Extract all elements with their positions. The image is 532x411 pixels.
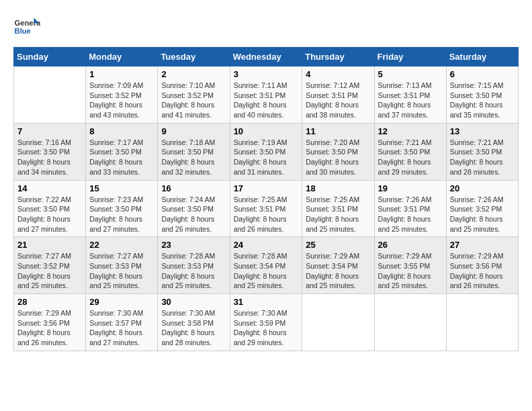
day-number: 5 <box>378 69 443 79</box>
day-number: 17 <box>234 183 299 193</box>
calendar-cell: 17Sunrise: 7:25 AM Sunset: 3:51 PM Dayli… <box>230 180 302 237</box>
calendar-cell: 14Sunrise: 7:22 AM Sunset: 3:50 PM Dayli… <box>14 180 86 237</box>
calendar-cell: 8Sunrise: 7:17 AM Sunset: 3:50 PM Daylig… <box>86 123 158 180</box>
day-info: Sunrise: 7:30 AM Sunset: 3:58 PM Dayligh… <box>161 308 226 348</box>
calendar-cell: 3Sunrise: 7:11 AM Sunset: 3:51 PM Daylig… <box>230 66 302 124</box>
day-number: 21 <box>17 240 82 250</box>
day-number: 25 <box>306 240 370 250</box>
day-info: Sunrise: 7:19 AM Sunset: 3:50 PM Dayligh… <box>234 138 299 177</box>
header-sunday: Sunday <box>14 48 86 66</box>
day-number: 14 <box>17 183 82 193</box>
day-number: 19 <box>378 183 443 193</box>
day-number: 26 <box>378 240 443 250</box>
day-info: Sunrise: 7:26 AM Sunset: 3:51 PM Dayligh… <box>378 195 443 234</box>
day-info: Sunrise: 7:22 AM Sunset: 3:50 PM Dayligh… <box>17 195 82 234</box>
day-number: 11 <box>306 126 370 136</box>
day-number: 24 <box>234 240 299 250</box>
calendar-cell: 7Sunrise: 7:16 AM Sunset: 3:50 PM Daylig… <box>14 123 86 180</box>
calendar-cell: 29Sunrise: 7:30 AM Sunset: 3:57 PM Dayli… <box>86 294 158 351</box>
calendar-week-4: 21Sunrise: 7:27 AM Sunset: 3:52 PM Dayli… <box>14 237 519 294</box>
day-number: 1 <box>89 69 154 79</box>
calendar-cell: 12Sunrise: 7:21 AM Sunset: 3:50 PM Dayli… <box>374 123 446 180</box>
day-number: 7 <box>17 126 82 136</box>
day-info: Sunrise: 7:29 AM Sunset: 3:54 PM Dayligh… <box>306 251 370 291</box>
day-info: Sunrise: 7:18 AM Sunset: 3:50 PM Dayligh… <box>161 138 226 177</box>
calendar-week-5: 28Sunrise: 7:29 AM Sunset: 3:56 PM Dayli… <box>14 294 519 351</box>
day-number: 15 <box>89 183 154 193</box>
calendar-week-2: 7Sunrise: 7:16 AM Sunset: 3:50 PM Daylig… <box>14 123 519 180</box>
day-info: Sunrise: 7:09 AM Sunset: 3:52 PM Dayligh… <box>89 81 154 120</box>
day-info: Sunrise: 7:30 AM Sunset: 3:57 PM Dayligh… <box>89 308 154 348</box>
calendar-cell: 2Sunrise: 7:10 AM Sunset: 3:52 PM Daylig… <box>158 66 230 124</box>
day-number: 12 <box>378 126 443 136</box>
day-info: Sunrise: 7:17 AM Sunset: 3:50 PM Dayligh… <box>89 138 154 177</box>
day-number: 28 <box>17 297 82 307</box>
calendar-cell: 10Sunrise: 7:19 AM Sunset: 3:50 PM Dayli… <box>230 123 302 180</box>
day-info: Sunrise: 7:20 AM Sunset: 3:50 PM Dayligh… <box>306 138 370 177</box>
calendar-cell <box>14 66 86 124</box>
day-info: Sunrise: 7:26 AM Sunset: 3:52 PM Dayligh… <box>450 195 515 234</box>
calendar-week-3: 14Sunrise: 7:22 AM Sunset: 3:50 PM Dayli… <box>14 180 519 237</box>
day-number: 8 <box>89 126 154 136</box>
day-info: Sunrise: 7:28 AM Sunset: 3:54 PM Dayligh… <box>234 251 299 291</box>
calendar-cell <box>374 294 446 351</box>
header-friday: Friday <box>374 48 446 66</box>
calendar-cell: 21Sunrise: 7:27 AM Sunset: 3:52 PM Dayli… <box>14 237 86 294</box>
day-number: 13 <box>450 126 515 136</box>
day-info: Sunrise: 7:10 AM Sunset: 3:52 PM Dayligh… <box>161 81 226 120</box>
calendar-cell: 23Sunrise: 7:28 AM Sunset: 3:53 PM Dayli… <box>158 237 230 294</box>
calendar-cell: 30Sunrise: 7:30 AM Sunset: 3:58 PM Dayli… <box>158 294 230 351</box>
calendar-cell: 19Sunrise: 7:26 AM Sunset: 3:51 PM Dayli… <box>374 180 446 237</box>
day-info: Sunrise: 7:12 AM Sunset: 3:51 PM Dayligh… <box>306 81 370 120</box>
calendar-cell: 11Sunrise: 7:20 AM Sunset: 3:50 PM Dayli… <box>302 123 374 180</box>
day-number: 23 <box>161 240 226 250</box>
calendar-cell <box>302 294 374 351</box>
day-info: Sunrise: 7:16 AM Sunset: 3:50 PM Dayligh… <box>17 138 82 177</box>
day-number: 3 <box>234 69 299 79</box>
day-info: Sunrise: 7:30 AM Sunset: 3:59 PM Dayligh… <box>234 308 299 348</box>
day-info: Sunrise: 7:13 AM Sunset: 3:51 PM Dayligh… <box>378 81 443 120</box>
day-number: 30 <box>161 297 226 307</box>
calendar-cell: 4Sunrise: 7:12 AM Sunset: 3:51 PM Daylig… <box>302 66 374 124</box>
header-tuesday: Tuesday <box>158 48 230 66</box>
day-number: 18 <box>306 183 370 193</box>
header-thursday: Thursday <box>302 48 374 66</box>
calendar-cell: 6Sunrise: 7:15 AM Sunset: 3:50 PM Daylig… <box>446 66 518 124</box>
day-info: Sunrise: 7:24 AM Sunset: 3:50 PM Dayligh… <box>161 195 226 234</box>
day-number: 22 <box>89 240 154 250</box>
calendar-week-1: 1Sunrise: 7:09 AM Sunset: 3:52 PM Daylig… <box>14 66 519 124</box>
calendar-cell: 20Sunrise: 7:26 AM Sunset: 3:52 PM Dayli… <box>446 180 518 237</box>
header-saturday: Saturday <box>446 48 518 66</box>
header-wednesday: Wednesday <box>230 48 302 66</box>
logo: General Blue <box>13 13 43 40</box>
calendar-cell: 5Sunrise: 7:13 AM Sunset: 3:51 PM Daylig… <box>374 66 446 124</box>
calendar-cell: 13Sunrise: 7:21 AM Sunset: 3:50 PM Dayli… <box>446 123 518 180</box>
calendar-cell: 28Sunrise: 7:29 AM Sunset: 3:56 PM Dayli… <box>14 294 86 351</box>
calendar-cell: 27Sunrise: 7:29 AM Sunset: 3:56 PM Dayli… <box>446 237 518 294</box>
svg-text:Blue: Blue <box>15 27 31 35</box>
day-info: Sunrise: 7:21 AM Sunset: 3:50 PM Dayligh… <box>378 138 443 177</box>
day-info: Sunrise: 7:29 AM Sunset: 3:55 PM Dayligh… <box>378 251 443 291</box>
day-number: 27 <box>450 240 515 250</box>
calendar-cell: 15Sunrise: 7:23 AM Sunset: 3:50 PM Dayli… <box>86 180 158 237</box>
day-number: 6 <box>450 69 515 79</box>
calendar-cell: 16Sunrise: 7:24 AM Sunset: 3:50 PM Dayli… <box>158 180 230 237</box>
logo-icon: General Blue <box>13 13 40 40</box>
calendar-cell: 24Sunrise: 7:28 AM Sunset: 3:54 PM Dayli… <box>230 237 302 294</box>
day-info: Sunrise: 7:23 AM Sunset: 3:50 PM Dayligh… <box>89 195 154 234</box>
header: General Blue <box>13 13 519 40</box>
calendar-cell: 18Sunrise: 7:25 AM Sunset: 3:51 PM Dayli… <box>302 180 374 237</box>
day-info: Sunrise: 7:11 AM Sunset: 3:51 PM Dayligh… <box>234 81 299 120</box>
day-info: Sunrise: 7:27 AM Sunset: 3:53 PM Dayligh… <box>89 251 154 291</box>
day-number: 9 <box>161 126 226 136</box>
calendar-cell <box>446 294 518 351</box>
day-info: Sunrise: 7:21 AM Sunset: 3:50 PM Dayligh… <box>450 138 515 177</box>
day-number: 10 <box>234 126 299 136</box>
day-info: Sunrise: 7:29 AM Sunset: 3:56 PM Dayligh… <box>450 251 515 291</box>
calendar-cell: 25Sunrise: 7:29 AM Sunset: 3:54 PM Dayli… <box>302 237 374 294</box>
calendar-header-row: SundayMondayTuesdayWednesdayThursdayFrid… <box>14 48 519 66</box>
calendar-cell: 31Sunrise: 7:30 AM Sunset: 3:59 PM Dayli… <box>230 294 302 351</box>
calendar-cell: 1Sunrise: 7:09 AM Sunset: 3:52 PM Daylig… <box>86 66 158 124</box>
day-number: 16 <box>161 183 226 193</box>
calendar-table: SundayMondayTuesdayWednesdayThursdayFrid… <box>13 47 519 351</box>
